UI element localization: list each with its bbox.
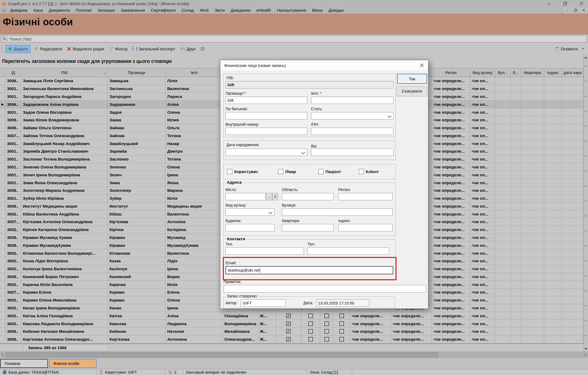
tab-home[interactable]: Головна <box>0 359 48 368</box>
menu-item-14[interactable]: Вікна <box>309 8 325 13</box>
firstname-field[interactable] <box>311 97 394 104</box>
column-header-id[interactable]: ІД <box>5 68 21 77</box>
column-header-ind[interactable] <box>0 68 5 77</box>
table-row[interactable]: 3006..Кибенко Наталия МихайловнаКибенкоН… <box>0 328 583 336</box>
dialog-close-icon[interactable] <box>419 62 425 68</box>
ok-button[interactable]: Так <box>397 74 427 84</box>
menu-item-10[interactable]: Звіти <box>212 8 228 13</box>
tel2-field[interactable] <box>307 247 389 255</box>
horizontal-scroll-thumb[interactable] <box>5 352 438 358</box>
patronymic-field[interactable] <box>226 112 307 119</box>
refresh-dropdown-icon[interactable]: ▾ <box>582 47 584 51</box>
city-clear-button[interactable]: X <box>272 193 278 200</box>
print-button[interactable]: Друк <box>178 45 198 53</box>
refresh-button[interactable]: Оновити <box>552 45 580 53</box>
minimize-icon[interactable] <box>546 1 552 6</box>
patient-checkbox[interactable]: Пацієнт <box>318 169 341 174</box>
menu-item-15[interactable]: Довідка <box>325 8 347 13</box>
building-field[interactable] <box>226 224 275 231</box>
cell-name: Олена <box>166 108 223 116</box>
column-header-apt[interactable]: Квартира <box>521 68 544 77</box>
funnel-icon <box>109 47 113 51</box>
region-field[interactable] <box>338 193 393 200</box>
menu-item-3[interactable]: Документи <box>46 8 73 13</box>
gender-select[interactable] <box>311 112 394 119</box>
export-button[interactable]: Загальний експорт <box>130 45 178 53</box>
column-header-name[interactable]: Ім'я <box>166 68 223 77</box>
column-header-street[interactable]: Вул... <box>495 68 511 77</box>
cell-patronymic: Олександров... <box>223 336 258 343</box>
column-header-birth[interactable]: дата наро <box>562 68 583 77</box>
street-type-select[interactable] <box>226 208 275 216</box>
street-field[interactable] <box>282 208 393 216</box>
age-field[interactable] <box>311 149 394 156</box>
cell-street <box>495 171 511 179</box>
column-header-region[interactable]: Регіон <box>432 68 470 77</box>
client-checkbox[interactable]: Клієнт <box>359 169 379 174</box>
scroll-left-icon[interactable]: ‹ <box>0 352 5 358</box>
birthdate-select[interactable] <box>226 149 307 156</box>
toolbar-grip[interactable] <box>1 45 3 53</box>
cell-street_type: <не оп... <box>470 336 495 343</box>
dialog-title-bar[interactable]: Физическое лицо (новая запись) <box>220 60 428 70</box>
menu-item-1[interactable]: Довідник <box>7 8 31 13</box>
tel1-field[interactable] <box>226 247 304 255</box>
column-header-surname[interactable]: Прізвище <box>108 68 166 77</box>
cell-id: 3002.. <box>5 265 21 273</box>
cell-birth <box>562 249 583 257</box>
author-field[interactable]: GIFT <box>241 299 286 307</box>
oblast-field[interactable] <box>282 193 334 200</box>
add-button[interactable]: Додати <box>5 45 31 53</box>
created-date-field[interactable]: 13.03.2025 17:10:50 <box>316 299 369 307</box>
scroll-right-icon[interactable]: › <box>583 352 588 358</box>
column-header-index[interactable]: Індекс <box>544 68 562 77</box>
cancel-button[interactable]: Скасувати <box>397 86 427 96</box>
tab-physical-persons[interactable]: Фізичні особи <box>49 359 97 368</box>
edit-button[interactable]: Редагувати <box>32 45 65 53</box>
doctor-checkbox[interactable]: Лікар <box>278 169 296 174</box>
search-input[interactable]: Поиск (Tab) <box>1 35 587 42</box>
internal-number-field[interactable] <box>226 128 307 135</box>
menu-item-6[interactable]: Замовлення <box>118 8 148 13</box>
menu-item-13[interactable]: Налаштування <box>274 8 309 13</box>
mdi-restore-icon[interactable] <box>572 7 579 13</box>
menu-item-5[interactable]: Залишки <box>95 8 118 13</box>
index-field[interactable] <box>338 224 393 231</box>
scroll-up-icon[interactable] <box>584 57 587 59</box>
table-row[interactable]: 3006..Кир'язова Антонина Олександро...Ки… <box>0 336 583 343</box>
menu-item-4[interactable]: Платежі <box>73 8 95 13</box>
cell-cb1: ✓ <box>276 328 301 335</box>
cell-street_type: <не оп... <box>470 328 495 335</box>
close-icon[interactable] <box>579 1 584 6</box>
ipn-field[interactable] <box>311 128 394 135</box>
menu-item-11[interactable]: Довідники <box>228 8 254 13</box>
scroll-down-icon[interactable] <box>584 348 587 350</box>
pib-field[interactable]: Gift <box>226 81 394 88</box>
column-header-pib[interactable]: ПІБ△ <box>21 68 108 77</box>
delete-row-button[interactable]: Видалити рядок <box>65 45 107 53</box>
row-checkbox-icon: ✓ <box>286 337 291 342</box>
menu-item-9[interactable]: Філії <box>197 8 212 13</box>
menu-item-8[interactable]: Склад <box>179 8 197 13</box>
apartment-field[interactable] <box>282 224 334 231</box>
table-row[interactable]: 3002..Квітка Аліна ГеннадіївнаКвіткаАлін… <box>0 312 583 320</box>
note-field[interactable] <box>224 285 426 293</box>
vertical-scrollbar[interactable] <box>583 54 588 352</box>
city-field[interactable] <box>226 193 266 200</box>
columns-button[interactable] <box>198 45 207 52</box>
surname-field[interactable]: Gift <box>226 97 307 104</box>
menu-item-12[interactable]: eHealth <box>254 8 274 13</box>
table-row[interactable]: 3002..Квасова Людмила ВолодимирівнаКвасо… <box>0 320 583 328</box>
column-header-street_type[interactable]: Вид вулиці <box>470 68 495 77</box>
city-browse-button[interactable]: ... <box>266 193 272 200</box>
cell-pib: Кіраван МухамедХумам <box>21 241 108 249</box>
user-checkbox[interactable]: Користувач <box>227 169 258 174</box>
mdi-close-icon[interactable]: ✕ <box>580 7 587 13</box>
column-header-bld[interactable]: б... <box>511 68 521 77</box>
filter-button[interactable]: Фільтр <box>107 45 130 53</box>
restore-icon[interactable] <box>562 1 568 6</box>
menu-item-7[interactable]: Сертифікати <box>148 8 179 13</box>
mdi-minimize-icon[interactable]: – <box>563 7 571 13</box>
menu-item-2[interactable]: Каса <box>31 8 46 13</box>
record-counter: Запись 385 из 1002 <box>23 344 108 351</box>
